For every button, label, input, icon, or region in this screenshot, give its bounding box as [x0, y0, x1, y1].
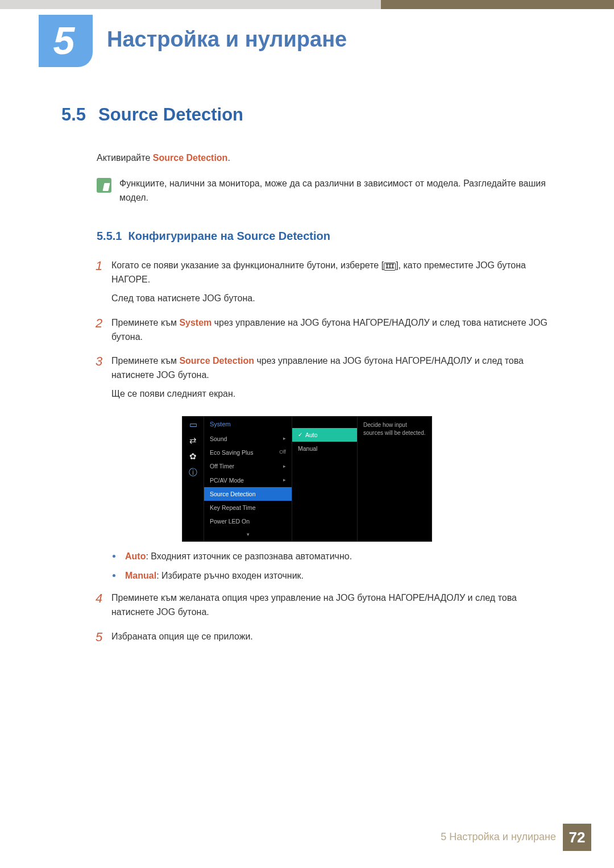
- subsection-title: Конфигуриране на Source Detection: [128, 230, 330, 242]
- osd-item-pcav: PC/AV Mode▸: [204, 474, 292, 487]
- info-icon: ⓘ: [188, 467, 199, 478]
- subsection-heading: 5.5.1 Конфигуриране на Source Detection: [97, 227, 553, 245]
- osd-submenu: Auto Manual: [292, 417, 358, 541]
- osd-option-auto: Auto: [292, 428, 357, 442]
- osd-item-offtimer: Off Timer▸: [204, 459, 292, 473]
- step-number: 1: [96, 259, 111, 310]
- osd-screenshot: ▭ ⇄ ✿ ⓘ System Sound▸ Eco Saving PlusOff…: [182, 416, 432, 542]
- step-1: 1 Когато се появи указание за функционал…: [96, 259, 553, 310]
- chapter-header: 5 Настройка и нулиране: [0, 9, 614, 67]
- step-number: 4: [96, 591, 111, 624]
- osd-item-powerled: Power LED On: [204, 514, 292, 528]
- step-number: 3: [96, 354, 111, 405]
- bullet-auto: Auto: Входният източник се разпознава ав…: [113, 550, 553, 564]
- osd-item-keyrepeat: Key Repeat Time: [204, 501, 292, 514]
- page-footer: 5 Настройка и нулиране 72: [441, 824, 591, 851]
- osd-item-source-detection: Source Detection: [204, 487, 292, 501]
- bullet-manual: Manual: Избирате ръчно входен източник.: [113, 569, 553, 583]
- page-number: 72: [563, 824, 591, 851]
- intro-term: Source Detection: [153, 153, 228, 163]
- osd-info-panel: Decide how input sources will be detecte…: [358, 417, 432, 541]
- osd-sidebar: ▭ ⇄ ✿ ⓘ: [182, 417, 204, 541]
- osd-menu-header: System: [204, 417, 292, 432]
- section-title: Source Detection: [98, 105, 243, 124]
- step-5: 5 Избраната опция ще се приложи.: [96, 630, 553, 649]
- menu-icon: ⵊⵊⵊ: [384, 263, 396, 271]
- chapter-title: Настройка и нулиране: [107, 23, 347, 56]
- osd-item-sound: Sound▸: [204, 432, 292, 446]
- settings-icon: ✿: [188, 451, 199, 462]
- step-2: 2 Преминете към System чрез управление н…: [96, 316, 553, 349]
- section-heading: 5.5Source Detection: [61, 101, 553, 128]
- osd-scroll-down: ▾: [204, 529, 292, 541]
- osd-item-eco: Eco Saving PlusOff: [204, 446, 292, 459]
- section-number: 5.5: [61, 105, 86, 124]
- footer-chapter-label: 5 Настройка и нулиране: [441, 829, 556, 845]
- step-4: 4 Преминете към желаната опция чрез упра…: [96, 591, 553, 624]
- step-3: 3 Преминете към Source Detection чрез уп…: [96, 354, 553, 405]
- step-number: 2: [96, 316, 111, 349]
- subsection-number: 5.5.1: [97, 230, 122, 242]
- header-stripe: [0, 0, 614, 9]
- note-block: Функциите, налични за монитора, може да …: [97, 177, 553, 205]
- step-number: 5: [96, 630, 111, 649]
- display-icon: ▭: [188, 419, 199, 430]
- osd-option-manual: Manual: [292, 442, 357, 455]
- chapter-number-tab: 5: [39, 15, 93, 67]
- intro-paragraph: Активирайте Source Detection.: [97, 151, 553, 165]
- input-icon: ⇄: [188, 435, 199, 446]
- osd-menu: System Sound▸ Eco Saving PlusOff Off Tim…: [204, 417, 292, 541]
- note-icon: [97, 178, 111, 193]
- note-text: Функциите, налични за монитора, може да …: [119, 177, 553, 205]
